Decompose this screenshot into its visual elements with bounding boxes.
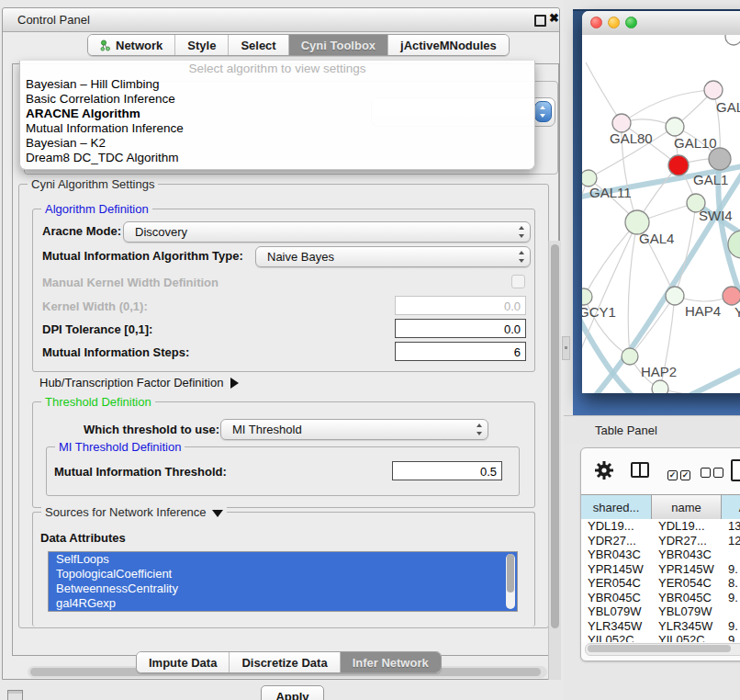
bottom-tab-infer-network[interactable]: Infer Network — [341, 652, 441, 672]
network-node[interactable] — [725, 35, 740, 45]
apply-button[interactable]: Apply — [261, 685, 324, 700]
table-row[interactable]: YER054CYER054C8. — [581, 576, 740, 591]
gear-icon[interactable] — [594, 460, 614, 480]
spinner-up-icon — [540, 106, 545, 109]
network-edge[interactable] — [586, 62, 622, 123]
attribute-list-item[interactable]: gal4RGexp — [49, 596, 517, 611]
attribute-list-item[interactable]: TopologicalCoefficient — [49, 567, 517, 581]
network-edge[interactable] — [622, 90, 713, 123]
column-header-name[interactable]: name — [652, 495, 722, 519]
manual-kernel-checkbox[interactable] — [511, 275, 525, 288]
table-row[interactable]: YBR043CYBR043C — [581, 548, 740, 562]
node-label: SWI4 — [699, 208, 733, 223]
network-icon — [100, 40, 111, 51]
network-view-window[interactable]: GALGAL80GAL10GAL1SWI4GAL11GAL4GCY1HAP4YH… — [582, 11, 740, 393]
manual-kernel-label: Manual Kernel Width Definition — [42, 276, 219, 289]
columns-icon[interactable] — [631, 462, 649, 478]
algorithm-option[interactable]: Basic Correlation Inference — [20, 92, 534, 107]
combo-arrows-icon — [515, 222, 530, 242]
table-row[interactable]: YPR145WYPR145W9. — [581, 562, 740, 577]
settings-vertical-scrollbar[interactable] — [548, 241, 561, 680]
table-row[interactable]: YLR345WYLR345W9. — [581, 619, 740, 634]
node-label: GCY1 — [582, 304, 616, 320]
data-attributes-label: Data Attributes — [40, 531, 126, 545]
algorithm-option[interactable]: ARACNE Algorithm — [20, 107, 534, 121]
network-canvas[interactable]: GALGAL80GAL10GAL1SWI4GAL11GAL4GCY1HAP4YH… — [582, 35, 740, 393]
dpi-tolerance-input[interactable]: 0.0 — [395, 319, 526, 338]
algorithm-dropdown-popup: Select algorithm to view settings Bayesi… — [19, 61, 535, 170]
float-panel-icon[interactable] — [534, 15, 546, 27]
mi-threshold-input[interactable]: 0.5 — [392, 461, 502, 480]
dropdown-placeholder: Select algorithm to view settings — [20, 61, 534, 77]
zoom-traffic-light-icon[interactable] — [625, 17, 637, 28]
network-node-gal10[interactable] — [666, 118, 684, 136]
close-icon[interactable]: ✖ — [549, 11, 559, 25]
network-node[interactable] — [652, 380, 668, 393]
column-header-a[interactable]: A — [722, 495, 740, 519]
network-edge[interactable] — [690, 358, 740, 393]
network-edge[interactable] — [628, 222, 637, 356]
tab-style[interactable]: Style — [175, 35, 229, 55]
mi-steps-label: Mutual Information Steps: — [42, 345, 189, 359]
mi-threshold-label: Mutual Information Threshold: — [54, 465, 227, 479]
table-cell: 8. — [722, 576, 740, 591]
list-scrollbar[interactable] — [506, 554, 515, 609]
checked-boxes-icon[interactable]: ✓✓ — [667, 465, 690, 481]
page-icon[interactable] — [731, 459, 740, 481]
splitpane-divider[interactable] — [562, 336, 570, 360]
network-node-gal80[interactable] — [612, 114, 631, 132]
bottom-tab-discretize-data[interactable]: Discretize Data — [230, 652, 340, 672]
hub-definition-toggle[interactable]: Hub/Transcription Factor Definition — [39, 376, 239, 390]
tab-select[interactable]: Select — [229, 35, 288, 55]
sources-group-title[interactable]: Sources for Network Inference — [41, 505, 227, 519]
table-row[interactable]: YBR045CYBR045C9. — [581, 591, 740, 605]
algorithm-option[interactable]: Bayesian – Hill Climbing — [20, 77, 534, 92]
network-node-hap4[interactable] — [666, 287, 684, 305]
scrollbar-thumb[interactable] — [551, 244, 559, 628]
combobox-spinner[interactable] — [534, 101, 552, 122]
table-row[interactable]: YBL079WYBL079W — [581, 604, 740, 619]
attribute-list-item[interactable]: BetweennessCentrality — [49, 581, 517, 596]
which-threshold-combobox[interactable]: MI Threshold — [220, 419, 488, 440]
algorithm-definition-group: Algorithm Definition Aracne Mode: Discov… — [32, 209, 535, 372]
table-cell: YBR045C — [652, 591, 722, 605]
unchecked-boxes-icon[interactable] — [701, 465, 723, 481]
network-node-hap2[interactable] — [622, 348, 638, 365]
table-cell: 9. — [722, 591, 740, 605]
network-node-gal1[interactable] — [668, 155, 689, 175]
column-header-shared[interactable]: shared... — [581, 495, 652, 519]
mi-type-combobox[interactable]: Naive Bayes — [255, 246, 531, 267]
table-row[interactable]: YDR27...YDR27...12 — [581, 534, 740, 548]
tab-cyni-toolbox[interactable]: Cyni Toolbox — [289, 35, 388, 55]
minimize-traffic-light-icon[interactable] — [608, 17, 620, 28]
algorithm-option[interactable]: Dream8 DC_TDC Algorithm — [20, 151, 534, 165]
table-row[interactable]: YIL052CYIL052C9 — [581, 633, 740, 642]
which-threshold-value: MI Threshold — [221, 423, 473, 436]
dpi-tolerance-label: DPI Tolerance [0,1]: — [42, 322, 152, 336]
network-node[interactable] — [709, 148, 731, 170]
kernel-width-input[interactable]: 0.0 — [395, 296, 526, 315]
table-cell — [722, 548, 740, 562]
network-node-gal[interactable] — [704, 81, 723, 99]
attribute-list-item[interactable]: SelfLoops — [49, 552, 517, 567]
close-traffic-light-icon[interactable] — [590, 17, 602, 28]
table-cell: YPR145W — [652, 562, 722, 577]
table-row[interactable]: YDL19...YDL19...13 — [581, 519, 740, 534]
collapsed-panel-icon[interactable] — [7, 690, 23, 700]
algorithm-option[interactable]: Bayesian – K2 — [20, 136, 534, 151]
network-node-y[interactable] — [723, 287, 740, 305]
algorithm-option[interactable]: Mutual Information Inference — [20, 121, 534, 136]
table-horizontal-scrollbar[interactable] — [585, 643, 740, 656]
tab-jactivemnodules[interactable]: jActiveMNodules — [388, 35, 509, 55]
table-header-row: shared...nameA — [581, 494, 740, 520]
bottom-tab-impute-data[interactable]: Impute Data — [137, 652, 230, 672]
aracne-mode-combobox[interactable]: Discovery — [123, 221, 531, 243]
scrollbar-thumb[interactable] — [588, 645, 731, 652]
mi-steps-input[interactable]: 6 — [395, 342, 526, 361]
control-panel-title: Control Panel — [17, 13, 90, 27]
tab-network[interactable]: Network — [88, 35, 175, 55]
tab-label: Style — [187, 39, 216, 52]
network-node-gcy1[interactable] — [582, 288, 592, 305]
data-attributes-list[interactable]: SelfLoopsTopologicalCoefficientBetweenne… — [48, 551, 518, 612]
hub-definition-label: Hub/Transcription Factor Definition — [39, 376, 223, 390]
